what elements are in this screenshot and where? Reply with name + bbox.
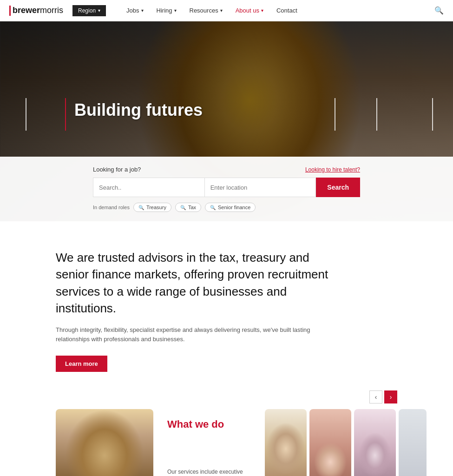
wwd-description: Our services include executive search, p… [167,468,251,476]
demand-label: In demand roles [93,205,130,210]
nav-item-about[interactable]: About us ▾ [229,0,270,21]
hero-search-box: Looking for a job? Looking to hire talen… [0,157,453,221]
demand-roles: In demand roles 🔍 Treasury 🔍 Tax 🔍 Senio… [93,203,360,212]
wwd-image-card-1 [265,409,307,476]
wwd-title: What we do [167,418,251,430]
wwd-image-card-3 [354,409,396,476]
search-header: Looking for a job? Looking to hire talen… [93,166,360,173]
search-icon[interactable]: 🔍 [434,6,444,15]
chevron-down-icon: ▾ [174,0,177,21]
decorative-line-red [65,98,66,131]
nav-item-contact[interactable]: Contact [270,0,304,21]
wwd-right-images [265,409,453,476]
carousel-next-button[interactable]: › [384,390,397,403]
decorative-line-3 [335,98,335,131]
looking-job-label: Looking for a job? [93,166,141,173]
role-tag-senior-finance[interactable]: 🔍 Senior finance [205,203,256,212]
carousel-navigation: ‹ › [0,390,453,403]
region-button[interactable]: Region [72,5,106,16]
logo[interactable]: brewermorris [9,6,63,16]
decorative-line-1 [26,98,26,131]
location-input[interactable] [204,178,316,197]
wwd-left-image [56,409,153,476]
header: brewermorris Region Jobs ▾ Hiring ▾ Reso… [0,0,453,21]
wwd-image-card-2 [309,409,351,476]
search-icon: 🔍 [180,205,186,210]
decorative-line-4 [376,98,377,131]
chevron-down-icon: ▾ [220,0,223,21]
nav-item-hiring[interactable]: Hiring ▾ [150,0,183,21]
about-learn-more-button[interactable]: Learn more [56,356,107,372]
carousel-prev-button[interactable]: ‹ [369,390,382,403]
logo-text: brewermorris [13,6,63,15]
hero-title: Building futures [74,100,203,120]
chevron-down-icon: ▾ [141,0,144,21]
nav-item-jobs[interactable]: Jobs ▾ [120,0,150,21]
chevron-down-icon: ▾ [261,0,263,21]
hero-section: Building futures Looking for a job? Look… [0,21,453,221]
wwd-image-card-4 [399,409,427,476]
decorative-line-5 [432,98,433,131]
wwd-left-image-inner [56,409,153,476]
hero-content: Building futures Looking for a job? Look… [0,21,453,221]
search-input[interactable] [93,178,204,197]
nav-item-resources[interactable]: Resources ▾ [183,0,229,21]
logo-bar [9,6,11,16]
search-icon: 🔍 [138,205,144,210]
search-icon: 🔍 [210,205,216,210]
about-heading: We are trusted advisors in the tax, trea… [56,249,335,317]
main-nav: Jobs ▾ Hiring ▾ Resources ▾ About us ▾ C… [120,0,434,21]
about-subtext: Through integrity, flexibility, speciali… [56,325,335,345]
what-we-do-section: What we do Our services include executiv… [0,409,453,476]
wwd-text-block: What we do Our services include executiv… [153,409,265,476]
role-tag-tax[interactable]: 🔍 Tax [175,203,201,212]
about-section: We are trusted advisors in the tax, trea… [0,221,453,390]
role-tag-treasury[interactable]: 🔍 Treasury [133,203,171,212]
search-button[interactable]: Search [316,178,360,197]
search-bar: Search [93,178,360,197]
hire-talent-link[interactable]: Looking to hire talent? [305,166,360,173]
